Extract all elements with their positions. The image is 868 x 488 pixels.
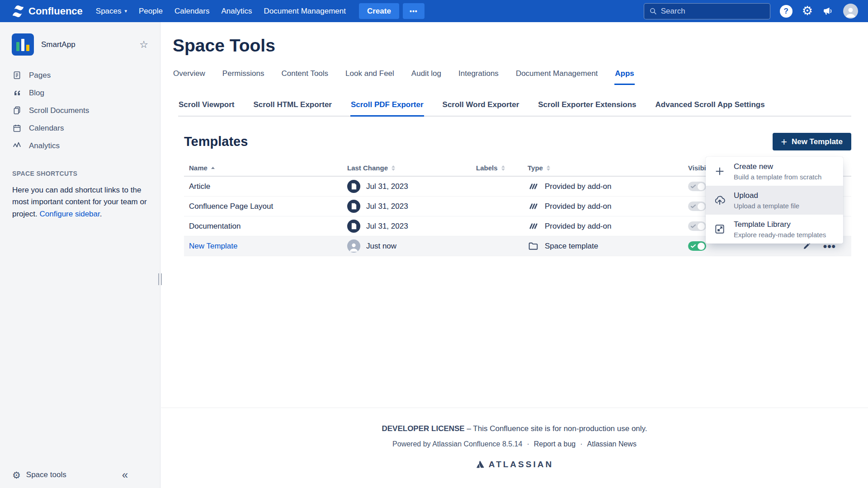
space-header: SmartApp ☆ [0,22,160,64]
menu-item-template-library[interactable]: Template Library Explore ready-made temp… [706,215,843,244]
sidebar-item-label: Calendars [29,124,64,133]
confluence-home-link[interactable]: Confluence [12,5,83,18]
visibility-toggle[interactable] [688,221,706,231]
tab-look-and-feel[interactable]: Look and Feel [345,66,395,85]
sidebar-bottom-bar: ⚙ Space tools « [0,462,160,488]
atlassian-news-link[interactable]: Atlassian News [587,440,637,448]
menu-item-create-new[interactable]: Create new Build a template from scratch [706,157,843,186]
subtab-scroll-exporter-extensions[interactable]: Scroll Exporter Extensions [538,98,637,117]
sidebar-resize-handle[interactable] [158,273,162,285]
nav-calendars[interactable]: Calendars [169,0,216,22]
sidebar-item-label: Scroll Documents [29,106,89,115]
calendar-icon [12,123,22,133]
check-icon [690,243,696,249]
sidebar-item-pages[interactable]: Pages [0,66,160,84]
last-change-text: Jul 31, 2023 [366,222,408,231]
nav-more-button[interactable]: ••• [403,3,425,19]
license-label: DEVELOPER LICENSE [382,424,464,433]
last-change-text: Jul 31, 2023 [366,202,408,211]
column-header-type[interactable]: Type [523,164,683,172]
sidebar-item-label: Blog [29,89,44,98]
scroll-documents-icon [12,106,22,115]
subtab-scroll-word-exporter[interactable]: Scroll Word Exporter [442,98,520,117]
separator-dot: · [527,440,529,448]
nav-people-label: People [139,7,163,16]
scroll-addon-icon [528,181,539,192]
collapse-sidebar-button[interactable]: « [122,469,128,480]
pdf-addon-avatar-icon [347,220,360,233]
tab-audit-log[interactable]: Audit log [411,66,442,85]
space-tools-button[interactable]: Space tools [26,470,66,479]
main-content: Space Tools Overview Permissions Content… [161,22,868,488]
templates-heading: Templates [184,134,248,149]
name-cell: Article [184,177,342,196]
primary-nav: Spaces ▾ People Calendars Analytics Docu… [90,0,352,22]
nav-document-management[interactable]: Document Management [258,0,352,22]
labels-cell [471,177,523,196]
subtab-scroll-pdf-exporter[interactable]: Scroll PDF Exporter [350,98,424,117]
type-cell: Space template [523,236,683,256]
last-change-cell: Jul 31, 2023 [342,216,471,236]
sidebar-item-scroll-documents[interactable]: Scroll Documents [0,102,160,119]
space-sidebar: SmartApp ☆ Pages Blog Scroll Documents C… [0,22,160,488]
name-cell: Documentation [184,216,342,236]
labels-cell [471,197,523,216]
menu-item-title: Template Library [734,220,826,229]
help-button[interactable]: ? [780,5,793,18]
menu-item-upload[interactable]: Upload Upload a template file [706,186,843,215]
settings-gear-icon[interactable]: ⚙ [802,5,813,17]
scroll-addon-icon [528,201,539,212]
nav-document-management-label: Document Management [264,7,346,16]
space-tools-tabs: Overview Permissions Content Tools Look … [173,66,851,85]
announcement-megaphone-icon[interactable] [822,5,834,17]
template-name: Documentation [189,222,241,231]
tab-overview[interactable]: Overview [173,66,206,85]
subtab-advanced-scroll-app-settings[interactable]: Advanced Scroll App Settings [655,98,765,117]
sort-icon [392,165,395,171]
visibility-toggle[interactable] [688,202,706,211]
space-name[interactable]: SmartApp [41,40,132,49]
template-name: Article [189,182,210,191]
top-navigation: Confluence Spaces ▾ People Calendars Ana… [0,0,868,22]
sidebar-item-blog[interactable]: Blog [0,84,160,102]
column-header-labels[interactable]: Labels [471,164,523,172]
sidebar-item-analytics[interactable]: Analytics [0,137,160,155]
nav-spaces[interactable]: Spaces ▾ [90,0,133,22]
user-avatar[interactable] [843,4,858,19]
nav-analytics-label: Analytics [221,7,252,16]
tab-document-management[interactable]: Document Management [515,66,598,85]
tab-permissions[interactable]: Permissions [222,66,265,85]
upload-cloud-icon [706,194,734,206]
type-text: Space template [545,242,598,251]
column-header-last-change[interactable]: Last Change [342,164,471,172]
visibility-toggle[interactable] [688,182,706,191]
sidebar-item-calendars[interactable]: Calendars [0,119,160,137]
pdf-addon-avatar-icon [347,180,360,193]
powered-by-text: Powered by Atlassian Confluence 8.5.14 [392,440,522,448]
template-name-link[interactable]: New Template [189,242,237,251]
footer-meta-line: Powered by Atlassian Confluence 8.5.14 ·… [161,440,868,448]
create-button[interactable]: Create [359,3,399,19]
search-box[interactable] [644,3,770,19]
sort-asc-icon [211,167,215,169]
configure-sidebar-link[interactable]: Configure sidebar [39,210,99,218]
separator-dot: · [580,440,582,448]
tab-apps[interactable]: Apps [614,66,635,85]
type-cell: Provided by add-on [523,197,683,216]
space-shortcuts-title: SPACE SHORTCUTS [12,170,148,177]
space-logo-icon[interactable] [12,33,34,56]
subtab-scroll-viewport[interactable]: Scroll Viewport [178,98,235,117]
menu-item-title: Create new [734,162,821,171]
tab-content-tools[interactable]: Content Tools [281,66,329,85]
subtab-scroll-html-exporter[interactable]: Scroll HTML Exporter [253,98,332,117]
page-title: Space Tools [173,36,851,56]
favorite-star-icon[interactable]: ☆ [139,40,148,50]
visibility-toggle[interactable] [688,241,706,251]
tab-integrations[interactable]: Integrations [458,66,499,85]
new-template-button[interactable]: + New Template [773,133,852,150]
nav-people[interactable]: People [133,0,169,22]
column-header-name[interactable]: Name [184,164,342,172]
nav-analytics[interactable]: Analytics [215,0,258,22]
report-bug-link[interactable]: Report a bug [534,440,576,448]
search-input[interactable] [661,7,765,16]
